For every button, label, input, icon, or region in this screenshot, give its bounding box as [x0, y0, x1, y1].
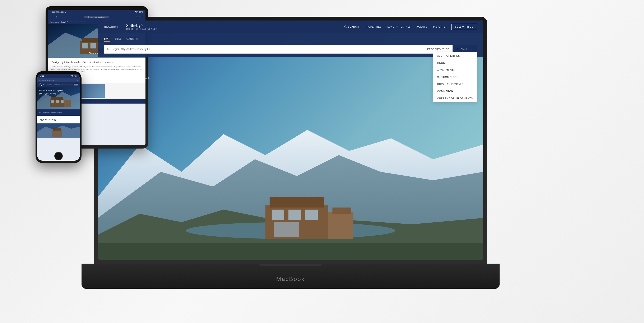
tab-buy[interactable]: BUY — [104, 37, 110, 42]
svg-rect-33 — [51, 97, 63, 100]
tablet-more-icon[interactable]: ••• — [142, 16, 144, 18]
tablet-browser-fwd[interactable]: → — [53, 16, 55, 18]
svg-rect-35 — [52, 100, 54, 103]
dropdown-current-developments[interactable]: CURRENT DEVELOPMENTS — [433, 95, 477, 102]
nav-insights-link[interactable]: INSIGHTS — [433, 26, 446, 28]
phone-screen: 15:23 72% nzsothebysrealty.com ↻ — [37, 74, 80, 161]
hero-address: 1/466 Church Street, Palmerston North — [106, 77, 150, 80]
search-icon — [344, 25, 347, 28]
svg-rect-36 — [56, 100, 59, 103]
phone-search-icon[interactable] — [39, 83, 42, 86]
hero-content: Wānaka, Otago 1/466 Church Street, Palme… — [106, 68, 150, 84]
svg-rect-7 — [328, 212, 353, 239]
tablet-battery: 98% — [139, 11, 143, 13]
search-link-label: SEARCH — [348, 26, 359, 28]
phone-agents-title: Agents serving — [39, 118, 78, 121]
laptop-notch — [259, 264, 322, 266]
tablet-url: nzsothebysrealty.com — [90, 16, 106, 18]
phone-body: 15:23 72% nzsothebysrealty.com ↻ — [36, 71, 82, 163]
phone-url-bar: nzsothebysrealty.com ↻ — [37, 78, 80, 82]
svg-point-27 — [40, 84, 41, 85]
tablet-share-icon[interactable]: ⬆ — [136, 16, 138, 18]
svg-point-17 — [88, 16, 89, 18]
phone-search-arrow: → — [76, 112, 78, 114]
tablet-browser-actions: ⬆ □ ••• — [136, 16, 144, 18]
tablet-logo-country: New Zealand — [50, 21, 59, 23]
dropdown-section-land[interactable]: SECTION / LAND — [433, 74, 477, 81]
phone-site-nav: New Zealand | Sotheby's INTERNATIONAL RE… — [37, 82, 80, 88]
phone-hero: Our local experts will guide you on your… — [37, 88, 80, 109]
tablet-status-bar: 3:31 PM Mon 13 Sep 98% — [48, 10, 146, 14]
search-bar: PROPERTY TYPE SEARCH → — [104, 45, 477, 54]
dropdown-commercial[interactable]: COMMERCIAL — [433, 88, 477, 95]
logo-brand-wrap: Sotheby's INTERNATIONAL REALTY — [126, 23, 158, 30]
svg-rect-9 — [272, 209, 284, 220]
svg-rect-25 — [90, 43, 96, 48]
search-input-wrap — [104, 45, 424, 54]
tablet-address-bar[interactable]: nzsothebysrealty.com — [84, 16, 109, 19]
phone-search-placeholder[interactable]: Person's name or location — [43, 112, 74, 114]
tab-agents[interactable]: AGENTS — [126, 37, 138, 42]
tablet-logo-brand: Sotheby's — [61, 21, 68, 23]
hero-see-details[interactable]: SEE DETAILS → — [106, 81, 150, 84]
laptop-base: MacBook — [82, 264, 500, 289]
hamburger-line-3 — [74, 86, 78, 86]
phone-status-bar: 15:23 72% — [37, 74, 80, 78]
phone-search-bar-icon — [39, 112, 42, 114]
svg-line-28 — [41, 85, 42, 86]
dropdown-houses[interactable]: HOUSES — [433, 59, 477, 67]
laptop-body: New Zealand Sotheby's INTERNATIONAL REAL… — [94, 17, 487, 264]
svg-rect-6 — [270, 197, 324, 207]
tablet-browser-back[interactable]: ← — [50, 16, 52, 18]
svg-line-39 — [40, 113, 41, 113]
phone-status-icons: 72% — [71, 75, 77, 77]
logo-divider — [122, 24, 122, 30]
tab-sell[interactable]: SELL — [114, 37, 122, 42]
nav-agents-link[interactable]: AGENTS — [416, 26, 427, 28]
phone-logo-brand: Sotheby's — [54, 84, 60, 86]
nav-logo: New Zealand Sotheby's INTERNATIONAL REAL… — [104, 23, 157, 30]
svg-rect-43 — [53, 128, 61, 131]
search-input[interactable] — [112, 48, 421, 51]
search-bar-icon — [107, 48, 110, 51]
phone-reload-icon[interactable]: ↻ — [76, 79, 78, 81]
svg-rect-8 — [332, 207, 351, 214]
dropdown-apartments[interactable]: APARTMENTS — [433, 67, 477, 74]
phone-hero-text-wrap: Our local experts will guide you on your… — [39, 89, 64, 95]
svg-point-38 — [40, 112, 41, 113]
dropdown-all-properties[interactable]: ALL PROPERTIES — [433, 52, 477, 59]
svg-rect-34 — [64, 100, 71, 107]
phone-device: 15:23 72% nzsothebysrealty.com ↻ — [36, 71, 82, 163]
nav-rentals-link[interactable]: LUXURY RENTALS — [388, 26, 411, 28]
wifi-icon — [134, 11, 138, 13]
svg-rect-12 — [274, 222, 299, 237]
search-btn-label: SEARCH — [457, 48, 468, 51]
svg-line-16 — [109, 50, 110, 51]
phone-battery: 72% — [74, 75, 77, 77]
svg-rect-11 — [305, 209, 318, 220]
tablet-browser-refresh[interactable]: ↻ — [56, 16, 58, 18]
nav-properties-link[interactable]: PROPERTIES — [365, 26, 382, 28]
logo-sub: INTERNATIONAL REALTY — [126, 28, 158, 30]
hero-location: Wānaka, Otago — [106, 68, 150, 75]
tablet-headline: Don't just get it on the market. Get it … — [52, 61, 142, 64]
phone-bottom-image — [37, 123, 80, 138]
svg-rect-42 — [52, 130, 62, 137]
phone-logo-sub: INTERNATIONAL REALTY — [61, 84, 73, 85]
tablet-browser-controls: ← → ↻ — [50, 16, 58, 18]
nav-search-link[interactable]: SEARCH — [344, 25, 359, 28]
laptop-screen: New Zealand Sotheby's INTERNATIONAL REAL… — [98, 21, 483, 260]
search-tabs: BUY SELL AGENTS — [104, 37, 477, 42]
svg-rect-3 — [98, 243, 483, 260]
phone-home-button[interactable] — [54, 152, 63, 160]
search-panel: BUY SELL AGENTS PROPER — [98, 33, 483, 57]
tablet-navbar: ← → ↻ nzsothebysrealty.com ⬆ □ ••• — [48, 14, 146, 20]
phone-menu-icon[interactable] — [74, 84, 78, 86]
nav-links: SEARCH PROPERTIES LUXURY RENTALS AGENTS … — [344, 24, 477, 30]
dropdown-rural-lifestyle[interactable]: RURAL & LIFESTYLE — [433, 81, 477, 88]
phone-time: 15:23 — [40, 75, 44, 77]
tablet-time: 3:31 PM Mon 13 Sep — [50, 11, 66, 13]
sell-with-us-button[interactable]: SELL WITH US — [452, 24, 477, 30]
tablet-logo-sep: | — [60, 21, 60, 23]
tablet-bookmark-icon[interactable]: □ — [139, 16, 140, 18]
